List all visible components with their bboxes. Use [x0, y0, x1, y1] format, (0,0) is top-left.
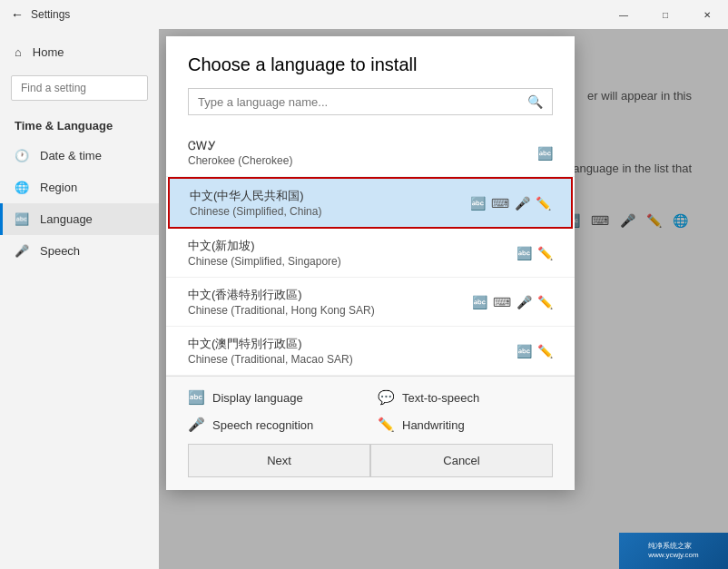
install-language-dialog: Choose a language to install 🔍 ᏣᎳᎩ Chero… [166, 36, 575, 490]
find-setting-input[interactable] [11, 75, 148, 101]
lang-icons-zh-cn: 🔤 ⌨ 🎤 ✏️ [470, 196, 551, 211]
lang-info-cwy: ᏣᎳᎩ Cherokee (Cherokee) [188, 139, 292, 167]
edit-icon-hk: ✏️ [537, 295, 553, 309]
sidebar-home[interactable]: ⌂ Home [0, 36, 159, 68]
content-area: er will appear in this anguage in the li… [159, 29, 728, 569]
text-icon-mo: 🔤 [516, 344, 532, 358]
mic-icon-hk: 🎤 [516, 295, 532, 309]
language-icon: 🔤 [15, 212, 29, 226]
lang-name-cwy: ᏣᎳᎩ [188, 139, 292, 153]
handwriting-icon: ✏️ [378, 417, 395, 433]
text-icon-hk: 🔤 [472, 295, 487, 309]
lang-info-zh-cn: 中文(中华人民共和国) Chinese (Simplified, China) [190, 188, 321, 218]
sidebar-item-region[interactable]: 🌐 Region [0, 172, 159, 203]
section-title: Time & Language [0, 108, 159, 140]
edit-icon-mo: ✏️ [537, 344, 553, 358]
feature-display-language: 🔤 Display language [188, 389, 363, 406]
display-language-icon: 🔤 [188, 389, 205, 406]
lang-icons-cwy: 🔤 [537, 146, 553, 161]
language-search-input[interactable] [198, 95, 520, 109]
lang-name-zh-cn: 中文(中华人民共和国) [190, 188, 321, 204]
text-icon: 🔤 [537, 146, 553, 161]
sidebar: ⌂ Home Time & Language 🕐 Date & time 🌐 R… [0, 29, 159, 569]
text-to-speech-icon: 💬 [378, 389, 395, 406]
dialog-overlay: Choose a language to install 🔍 ᏣᎳᎩ Chero… [159, 29, 728, 569]
lang-icons-zh-hk: 🔤 ⌨ 🎤 ✏️ [472, 295, 553, 309]
titlebar-title: Settings [31, 8, 70, 21]
sidebar-speech-label: Speech [40, 244, 80, 258]
lang-subname-zh-sg: Chinese (Simplified, Singapore) [188, 255, 341, 268]
settings-window: ← Settings — □ ✕ ⌂ Home Time & Language … [0, 0, 728, 569]
dialog-features: 🔤 Display language 💬 Text-to-speech 🎤 Sp… [166, 376, 575, 490]
back-icon[interactable]: ← [11, 7, 24, 22]
lang-icons-zh-mo: 🔤 ✏️ [516, 344, 553, 358]
lang-subname-cwy: Cherokee (Cherokee) [188, 154, 292, 167]
lang-info-zh-hk: 中文(香港特别行政區) Chinese (Traditional, Hong K… [188, 287, 375, 317]
lang-info-zh-sg: 中文(新加坡) Chinese (Simplified, Singapore) [188, 238, 341, 268]
sidebar-item-speech[interactable]: 🎤 Speech [0, 235, 159, 267]
lang-info-zh-mo: 中文(澳門特別行政區) Chinese (Traditional, Macao … [188, 336, 353, 366]
sidebar-language-label: Language [40, 212, 93, 226]
lang-subname-zh-hk: Chinese (Traditional, Hong Kong SAR) [188, 304, 375, 317]
titlebar-left: ← Settings [11, 7, 70, 22]
sidebar-home-label: Home [33, 45, 64, 59]
edit-icon-cn: ✏️ [536, 196, 551, 211]
watermark: 纯净系统之家www.ycwjy.com [619, 533, 728, 569]
mic-icon-cn: 🎤 [515, 196, 530, 211]
lang-subname-zh-mo: Chinese (Traditional, Macao SAR) [188, 353, 353, 366]
text-icon-sg: 🔤 [516, 246, 532, 260]
language-item-zh-sg[interactable]: 中文(新加坡) Chinese (Simplified, Singapore) … [166, 229, 575, 278]
lang-icons-zh-sg: 🔤 ✏️ [516, 246, 553, 260]
lang-subname-zh-cn: Chinese (Simplified, China) [190, 205, 321, 218]
speech-recognition-label: Speech recognition [212, 418, 313, 432]
titlebar: ← Settings — □ ✕ [0, 0, 728, 29]
dialog-buttons: Next Cancel [188, 433, 553, 477]
text-to-speech-label: Text-to-speech [402, 391, 479, 405]
sidebar-region-label: Region [40, 181, 77, 194]
dialog-search-bar[interactable]: 🔍 [188, 88, 553, 115]
dialog-title: Choose a language to install [188, 54, 553, 75]
feature-speech-recognition: 🎤 Speech recognition [188, 417, 363, 433]
maximize-button[interactable]: □ [644, 0, 686, 29]
next-button[interactable]: Next [188, 444, 370, 477]
language-item-zh-hk[interactable]: 中文(香港特别行政區) Chinese (Traditional, Hong K… [166, 278, 575, 327]
sidebar-item-date-time[interactable]: 🕐 Date & time [0, 140, 159, 172]
text-icon-cn: 🔤 [470, 196, 486, 211]
main-content: ⌂ Home Time & Language 🕐 Date & time 🌐 R… [0, 29, 728, 569]
lang-name-zh-sg: 中文(新加坡) [188, 238, 341, 254]
handwriting-label: Handwriting [402, 418, 465, 432]
edit-icon-sg: ✏️ [537, 246, 553, 260]
watermark-text: 纯净系统之家www.ycwjy.com [648, 542, 698, 559]
cancel-button[interactable]: Cancel [370, 444, 553, 477]
search-icon: 🔍 [527, 94, 543, 109]
display-language-label: Display language [212, 391, 303, 405]
language-item-zh-cn[interactable]: 中文(中华人民共和国) Chinese (Simplified, China) … [168, 177, 573, 229]
keyboard-icon-hk: ⌨ [493, 295, 511, 309]
keyboard-icon-cn: ⌨ [491, 196, 509, 211]
language-list[interactable]: ᏣᎳᎩ Cherokee (Cherokee) 🔤 中文(中华人民共和国) [166, 130, 575, 376]
lang-name-zh-hk: 中文(香港特别行政區) [188, 287, 375, 303]
sidebar-item-language[interactable]: 🔤 Language [0, 203, 159, 235]
region-icon: 🌐 [15, 181, 29, 194]
features-grid: 🔤 Display language 💬 Text-to-speech 🎤 Sp… [188, 389, 553, 433]
feature-handwriting: ✏️ Handwriting [378, 417, 553, 433]
language-item-zh-mo[interactable]: 中文(澳門特別行政區) Chinese (Traditional, Macao … [166, 327, 575, 376]
close-button[interactable]: ✕ [686, 0, 728, 29]
minimize-button[interactable]: — [603, 0, 644, 29]
titlebar-controls: — □ ✕ [603, 0, 728, 29]
date-time-icon: 🕐 [15, 149, 29, 162]
dialog-header: Choose a language to install 🔍 [166, 36, 575, 130]
feature-text-to-speech: 💬 Text-to-speech [378, 389, 553, 406]
home-icon: ⌂ [15, 45, 22, 59]
speech-icon: 🎤 [15, 244, 29, 258]
language-item-cwy[interactable]: ᏣᎳᎩ Cherokee (Cherokee) 🔤 [166, 130, 575, 177]
speech-recognition-icon: 🎤 [188, 417, 205, 433]
lang-name-zh-mo: 中文(澳門特別行政區) [188, 336, 353, 352]
sidebar-date-time-label: Date & time [40, 149, 102, 162]
